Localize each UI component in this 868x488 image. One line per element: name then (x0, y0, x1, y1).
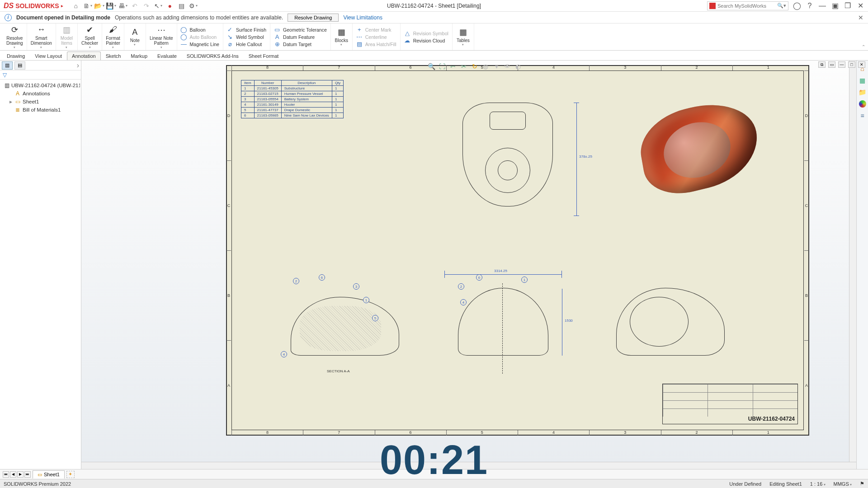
undo-icon[interactable]: ↶ (130, 1, 139, 10)
table-row[interactable]: 121161-45305Substructure1 (241, 86, 344, 91)
new-icon[interactable]: 🗎▾ (83, 1, 92, 10)
apply-scene-icon[interactable]: ◐ (514, 62, 522, 70)
add-sheet-button[interactable]: ✦ (66, 471, 75, 478)
tab-markup[interactable]: Markup (126, 52, 152, 60)
tab-evaluate[interactable]: Evaluate (152, 52, 182, 60)
rotate-icon[interactable]: ↻ (471, 62, 479, 70)
tab-solidworks-add-ins[interactable]: SOLIDWORKS Add-Ins (182, 52, 244, 60)
section-view-icon[interactable]: ✂ (460, 62, 468, 70)
ribbon-magnetic-line[interactable]: —Magnetic Line (181, 41, 219, 47)
taskpane-resources-icon[interactable]: ▦ (858, 76, 867, 85)
dimension-value[interactable]: 378±.25 (579, 155, 592, 159)
doc-close-icon[interactable]: ✕ (858, 61, 865, 68)
ribbon-linear-note-pattern[interactable]: ⋯Linear NotePattern▾ (146, 23, 177, 50)
table-row[interactable]: 521161-47737Drape Domestic1 (241, 108, 344, 113)
sheet-first-icon[interactable]: ⏮ (3, 471, 9, 478)
table-row[interactable]: 221163-02715Human Pressure Vessel1 (241, 91, 344, 97)
drawing-view-top[interactable] (449, 98, 566, 216)
title-block[interactable]: UBW-21162-04724 (662, 384, 798, 424)
minimize-icon[interactable]: — (818, 2, 826, 10)
print-icon[interactable]: 🖶▾ (118, 1, 127, 10)
ribbon-datum-feature[interactable]: ADatum Feature (274, 34, 327, 40)
zoom-fit-icon[interactable]: 🔍 (427, 62, 435, 70)
status-flag-icon[interactable]: ⚑ (860, 481, 864, 487)
doc-maximize-icon[interactable]: □ (848, 61, 855, 68)
table-row[interactable]: 321163-05554Battery System1 (241, 97, 344, 102)
ribbon-smart-dimension[interactable]: ↔SmartDimension▾ (27, 23, 56, 50)
prev-view-icon[interactable]: ⤺ (449, 62, 457, 70)
open-icon[interactable]: 📂▾ (95, 1, 104, 10)
drawing-view-side[interactable] (607, 283, 734, 365)
sheet-tab[interactable]: ▭Sheet1 (33, 470, 65, 479)
rebuild-icon[interactable]: ● (165, 1, 175, 10)
tree-annotations[interactable]: AAnnotations (1, 89, 80, 98)
layout-icon[interactable]: ▣ (831, 2, 839, 10)
dimension-value[interactable]: 3314.25 (494, 269, 507, 273)
user-icon[interactable]: ◯ (793, 2, 801, 10)
help-icon[interactable]: ? (806, 2, 814, 10)
balloon[interactable]: 1 (363, 297, 369, 303)
ribbon-spell-checker[interactable]: ✔SpellChecker▾ (78, 23, 102, 50)
ribbon-tables[interactable]: ▦Tables▾ (453, 23, 474, 50)
graphics-area[interactable]: 🔍 ⛶ ⤺ ✂ ↻ ◍ ▾ 👁 ◐ ⧉ ▭ — □ ✕ 87654321 876… (81, 61, 868, 469)
panel-tab-props[interactable]: ▤ (14, 61, 25, 70)
panel-tab-tree[interactable]: ▥ (2, 61, 13, 70)
bom-table[interactable]: ItemNumberDescriptionQty121161-45305Subs… (241, 80, 344, 118)
ribbon-note[interactable]: ANote▾ (124, 23, 146, 50)
close-icon[interactable]: ✕ (856, 2, 864, 10)
tree-sheet1[interactable]: ▸▭Sheet1 (1, 98, 80, 106)
display-style-icon[interactable]: ◍ (481, 62, 490, 70)
balloon[interactable]: 2 (293, 278, 299, 284)
settings-icon[interactable]: ⚙▾ (189, 1, 198, 10)
tab-sheet-format[interactable]: Sheet Format (244, 52, 284, 60)
filter-icon[interactable]: ▽ (0, 70, 81, 80)
save-icon[interactable]: 💾▾ (107, 1, 116, 10)
ribbon-format-painter[interactable]: 🖌FormatPainter▾ (102, 23, 124, 50)
options-icon[interactable]: ▤ (177, 1, 186, 10)
resolve-drawing-button[interactable]: Resolve Drawing (288, 14, 339, 22)
sheet-prev-icon[interactable]: ◀ (10, 471, 16, 478)
ribbon-blocks[interactable]: ▦Blocks▾ (331, 23, 353, 50)
balloon[interactable]: 3 (353, 283, 359, 290)
zoom-area-icon[interactable]: ⛶ (438, 62, 446, 70)
ribbon-geometric-tolerance[interactable]: ▭Geometric Tolerance (274, 27, 327, 33)
status-scale[interactable]: 1 : 16 (810, 481, 826, 487)
tree-bom[interactable]: ≣Bill of Materials1 (1, 106, 80, 114)
doc-minimize-icon[interactable]: — (838, 61, 845, 68)
tab-sketch[interactable]: Sketch (101, 52, 126, 60)
ribbon-surface-finish[interactable]: ✓Surface Finish (227, 27, 266, 33)
select-icon[interactable]: ↖▾ (154, 1, 163, 10)
balloon[interactable]: 4 (460, 299, 467, 305)
balloon[interactable]: 2 (458, 283, 464, 290)
doc-new-window-icon[interactable]: ⧉ (818, 61, 826, 68)
view-limitations-link[interactable]: View Limitations (343, 14, 382, 21)
drawing-view-isometric[interactable] (632, 98, 767, 197)
table-row[interactable]: 621163-05985Nine Sam Now Lax Devices1 (241, 113, 344, 118)
ribbon-resolve-drawing[interactable]: ⟳ResolveDrawing▾ (3, 23, 27, 50)
vertical-scrollbar[interactable] (849, 61, 856, 462)
home-icon[interactable]: ⌂ (71, 1, 80, 10)
status-units[interactable]: MMGS (834, 481, 852, 487)
drawing-view-section[interactable] (282, 270, 408, 369)
redo-icon[interactable]: ↷ (142, 1, 151, 10)
collapse-ribbon-icon[interactable]: ⌃ (862, 44, 865, 49)
search-box[interactable]: Search MySolidWorks🔍▾ (707, 1, 788, 10)
tab-view-layout[interactable]: View Layout (30, 52, 67, 60)
info-close-icon[interactable]: ✕ (858, 14, 863, 21)
ribbon-revision-cloud[interactable]: ☁Revision Cloud (404, 38, 448, 44)
sheet-last-icon[interactable]: ⏭ (24, 471, 31, 478)
ribbon-datum-target[interactable]: ⊕Datum Target (274, 41, 327, 47)
tab-drawing[interactable]: Drawing (2, 52, 30, 60)
balloon[interactable]: 6 (476, 274, 482, 281)
taskpane-view-icon[interactable] (858, 99, 867, 108)
taskpane-appearances-icon[interactable]: ≡ (858, 111, 867, 120)
hide-show-icon[interactable]: ▾ (492, 62, 500, 70)
restore-icon[interactable]: ❐ (844, 2, 852, 10)
panel-expand-icon[interactable]: › (77, 61, 79, 70)
ribbon-hole-callout[interactable]: ⌀Hole Callout (227, 41, 266, 47)
view-orient-icon[interactable]: 👁 (503, 62, 511, 70)
dimension-value[interactable]: 1530 (565, 319, 573, 323)
sheet-next-icon[interactable]: ▶ (17, 471, 24, 478)
ribbon-balloon[interactable]: ◯Balloon (181, 27, 219, 33)
table-row[interactable]: 421161-30149Hooler1 (241, 102, 344, 108)
